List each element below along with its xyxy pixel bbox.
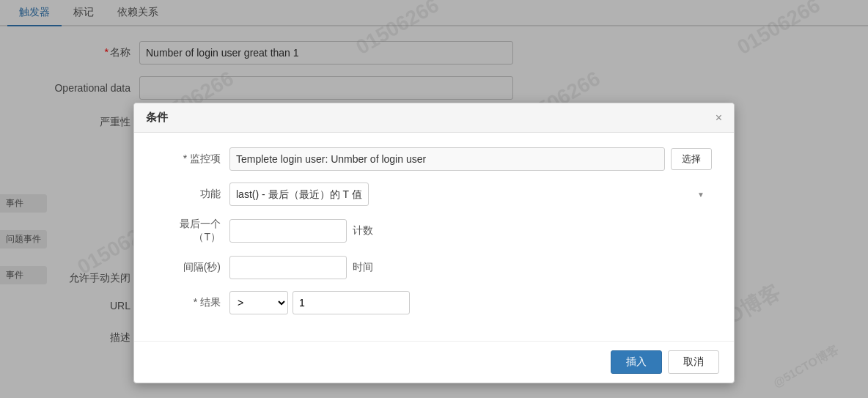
result-operator-select[interactable]: > >= < <= = <> (229, 291, 288, 314)
insert-button[interactable]: 插入 (611, 350, 662, 374)
monitor-item-row: * 监控项 选择 (156, 147, 712, 171)
count-unit-label: 计数 (353, 224, 373, 237)
last-t-inputs: 计数 (229, 219, 712, 243)
function-label: 功能 (156, 188, 229, 201)
monitor-input-wrap: 选择 (229, 147, 712, 171)
monitor-item-input[interactable] (229, 147, 665, 171)
last-t-label: 最后一个（T） (156, 218, 229, 244)
result-row: * 结果 > >= < <= = <> (156, 291, 712, 314)
interval-inputs: 时间 (229, 256, 712, 279)
modal-header: 条件 × (134, 103, 734, 133)
interval-row: 间隔(秒) 时间 (156, 256, 712, 279)
page: 01506266 01506266 01506266 01506266 0150… (0, 0, 868, 398)
modal-close-button[interactable]: × (716, 112, 722, 124)
result-label: * 结果 (156, 296, 229, 309)
function-select[interactable]: last() - 最后（最近）的 T 值 avg() - 平均值 min() -… (229, 183, 369, 206)
time-unit-label: 时间 (353, 261, 373, 274)
result-value-input[interactable] (293, 291, 410, 314)
select-monitor-button[interactable]: 选择 (671, 148, 712, 170)
last-t-input[interactable] (229, 219, 347, 243)
cancel-button[interactable]: 取消 (668, 350, 719, 374)
interval-label: 间隔(秒) (156, 261, 229, 274)
function-row: 功能 last() - 最后（最近）的 T 值 avg() - 平均值 min(… (156, 183, 712, 206)
modal-footer: 插入 取消 (134, 341, 734, 383)
modal-overlay: 条件 × * 监控项 选择 功能 l (0, 0, 868, 398)
result-inputs: > >= < <= = <> (229, 291, 712, 314)
interval-input[interactable] (229, 256, 347, 279)
modal-body: * 监控项 选择 功能 last() - 最后（最近）的 T 值 avg() -… (134, 133, 734, 341)
monitor-item-label: * 监控项 (156, 152, 229, 166)
function-select-wrap: last() - 最后（最近）的 T 值 avg() - 平均值 min() -… (229, 183, 712, 206)
condition-modal: 条件 × * 监控项 选择 功能 l (133, 103, 735, 383)
modal-title: 条件 (146, 111, 168, 125)
last-t-row: 最后一个（T） 计数 (156, 218, 712, 244)
